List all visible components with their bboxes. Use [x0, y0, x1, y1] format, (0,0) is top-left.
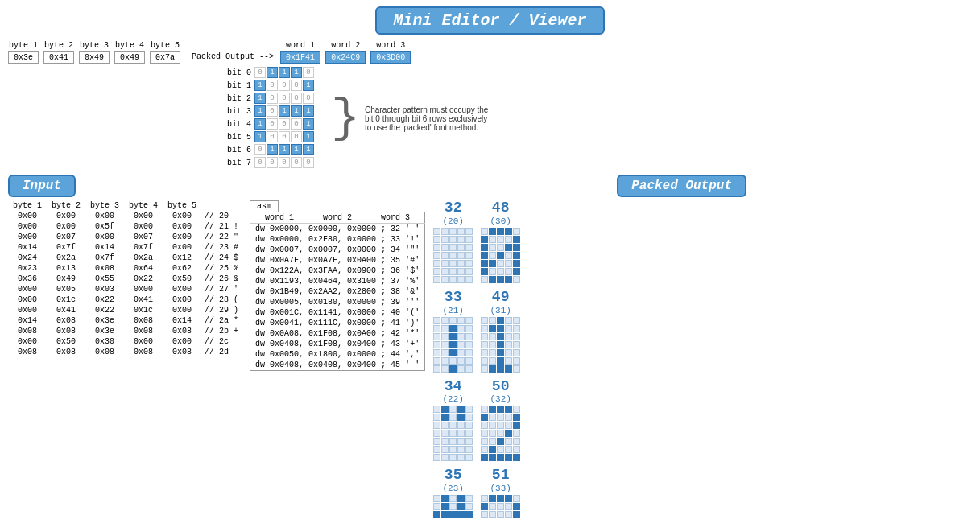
table-row: 0x240x2a0x7f0x2a0x12// 24 $ [8, 253, 242, 263]
bit-cell-6-2[interactable]: 1 [279, 144, 290, 155]
char-cell-51-2-1 [489, 511, 496, 518]
input-cell-12-0: 0x00 [8, 336, 47, 347]
char-cell-48-3-0 [481, 252, 488, 259]
input-cell-13-5: // 2d - [201, 347, 242, 357]
bit-cell-4-2[interactable]: 0 [279, 118, 290, 130]
bit-row-label-0: bit 0 [225, 68, 251, 77]
char-num-32: 32 [445, 200, 462, 216]
input-cell-1-3: 0x00 [124, 221, 163, 232]
bit-cell-1-0[interactable]: 1 [254, 80, 266, 91]
input-cell-10-4: 0x14 [163, 315, 201, 326]
bit-cell-0-2[interactable]: 1 [279, 67, 290, 78]
bit-cell-3-2[interactable]: 1 [279, 105, 290, 117]
bit-cell-1-2[interactable]: 0 [279, 80, 290, 91]
bit-cell-3-1[interactable]: 0 [267, 105, 278, 117]
char-cell-48-3-3 [505, 252, 512, 259]
bit-cell-2-3[interactable]: 0 [291, 93, 302, 104]
input-cell-4-1: 0x2a [47, 253, 85, 263]
input-label: Input [8, 175, 76, 197]
bit-cell-1-4[interactable]: 1 [303, 80, 314, 91]
byte-label-5: byte 5 [151, 41, 180, 50]
bit-cell-0-1[interactable]: 1 [267, 67, 278, 78]
bit-cell-4-0[interactable]: 1 [254, 118, 266, 130]
bit-row-7: bit 700000 [225, 157, 315, 168]
bit-cell-4-4[interactable]: 1 [303, 118, 314, 130]
bit-cell-5-4[interactable]: 1 [303, 131, 314, 142]
char-cell-32-2-3 [457, 244, 465, 251]
char-sub-51: (33) [490, 484, 511, 493]
input-cell-3-3: 0x7f [124, 242, 163, 253]
bit-cell-6-0[interactable]: 0 [254, 144, 266, 155]
bit-cell-2-1[interactable]: 0 [267, 93, 278, 104]
bit-cell-4-1[interactable]: 0 [267, 118, 278, 130]
char-cell-32-6-3 [457, 276, 465, 283]
char-cell-48-4-2 [497, 260, 504, 267]
bit-cell-6-3[interactable]: 1 [291, 144, 302, 155]
char-grid-49 [481, 317, 520, 373]
char-cell-48-0-2 [497, 228, 504, 235]
bit-cell-6-4[interactable]: 1 [303, 144, 314, 155]
bit-cell-7-3[interactable]: 0 [291, 157, 302, 168]
packed-row-6: dw 0x1B49, 0x2AA2, 0x2800 ; 38 '&' [250, 286, 425, 297]
char-cell-51-1-0 [481, 503, 488, 510]
char-cell-49-0-0 [481, 317, 488, 324]
char-grid-48 [481, 228, 520, 283]
bit-cell-1-1[interactable]: 0 [267, 80, 278, 91]
char-cell-51-0-1 [489, 495, 496, 502]
bit-row-label-3: bit 3 [225, 107, 251, 116]
input-cell-11-0: 0x08 [8, 326, 47, 336]
input-cell-12-3: 0x00 [124, 336, 163, 347]
char-grid-51 [481, 495, 520, 519]
bit-cell-4-3[interactable]: 0 [291, 118, 302, 130]
char-cell-50-0-4 [513, 406, 520, 413]
bit-cell-0-3[interactable]: 1 [291, 67, 302, 78]
bit-cell-0-4[interactable]: 0 [303, 67, 314, 78]
char-cell-48-6-3 [505, 276, 512, 283]
input-cell-4-5: // 24 $ [201, 253, 242, 263]
char-cell-32-4-2 [449, 260, 457, 267]
bit-cell-5-3[interactable]: 0 [291, 131, 302, 142]
asm-tab[interactable]: asm [250, 200, 279, 212]
char-cell-49-1-2 [497, 325, 504, 332]
bit-cell-7-1[interactable]: 0 [267, 157, 278, 168]
input-cell-3-5: // 23 # [201, 242, 242, 253]
bit-cell-5-1[interactable]: 0 [267, 131, 278, 142]
char-cell-50-1-4 [513, 414, 520, 421]
char-preview-51: 51(33) [481, 468, 520, 519]
bit-cell-3-3[interactable]: 1 [291, 105, 302, 117]
bit-cell-0-0[interactable]: 0 [254, 67, 266, 78]
char-cell-34-4-4 [465, 438, 473, 445]
bit-cell-1-3[interactable]: 0 [291, 80, 302, 91]
bit-cell-5-2[interactable]: 0 [279, 131, 290, 142]
bit-row-label-6: bit 6 [225, 146, 251, 154]
bit-cell-5-0[interactable]: 1 [254, 131, 266, 142]
char-cell-49-6-3 [505, 365, 512, 373]
char-cell-49-4-3 [505, 349, 512, 356]
char-cell-49-2-3 [505, 333, 512, 340]
bit-cell-3-0[interactable]: 1 [254, 105, 266, 117]
char-cell-32-2-1 [441, 244, 449, 251]
byte-group-2: byte 20x41 [43, 41, 74, 64]
char-cell-51-0-4 [513, 495, 520, 502]
char-cell-33-1-3 [457, 325, 465, 332]
bit-cell-7-0[interactable]: 0 [254, 157, 266, 168]
bit-cell-7-2[interactable]: 0 [279, 157, 290, 168]
char-cell-50-6-2 [497, 454, 504, 461]
annotation-area: } Character pattern must occupy the bit … [331, 67, 494, 170]
char-cell-33-0-1 [441, 317, 449, 324]
bit-cell-7-4[interactable]: 0 [303, 157, 314, 168]
bit-cell-2-2[interactable]: 0 [279, 93, 290, 104]
char-cell-32-6-0 [433, 276, 440, 283]
bit-cell-6-1[interactable]: 1 [267, 144, 278, 155]
char-cell-49-6-0 [481, 365, 488, 373]
input-cell-1-5: // 21 ! [201, 221, 242, 232]
byte-group-1: byte 10x3e [8, 41, 39, 64]
bit-cell-3-4[interactable]: 1 [303, 105, 314, 117]
input-cell-6-3: 0x22 [124, 274, 163, 284]
char-cell-35-0-4 [465, 495, 473, 502]
bit-cell-2-0[interactable]: 1 [254, 93, 266, 104]
char-cell-34-5-3 [457, 446, 465, 453]
char-cell-34-3-3 [457, 430, 465, 437]
char-preview-50: 50(32) [481, 379, 520, 462]
bit-cell-2-4[interactable]: 0 [303, 93, 314, 104]
